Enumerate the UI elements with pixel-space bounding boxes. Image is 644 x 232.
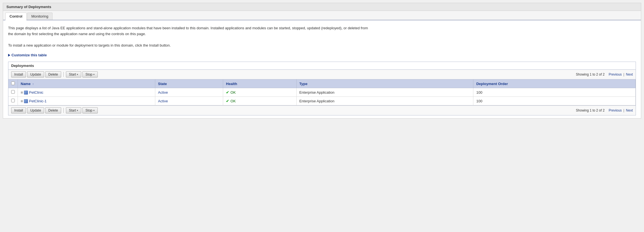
row1-type-cell: Enterprise Application [296, 88, 473, 97]
row2-health-status: ✔ OK [226, 99, 236, 103]
install-button-top[interactable]: Install [11, 71, 26, 78]
deployment-order-column-header: Deployment Order [473, 79, 636, 88]
toolbar-separator-2 [63, 108, 64, 113]
row2-checkbox[interactable] [11, 99, 15, 102]
table-header-row: Name ↑ State Health Type D [8, 79, 636, 88]
row1-health-status: ✔ OK [226, 90, 236, 95]
row1-checkbox[interactable] [11, 90, 15, 94]
row1-state-link[interactable]: Active [158, 90, 168, 95]
bottom-toolbar: Install Update Delete Start ▾ Stop ▾ Sho… [8, 105, 636, 115]
previous-link-top[interactable]: Previous [609, 72, 622, 76]
toolbar-pagination-top: Showing 1 to 2 of 2 Previous | Next [576, 72, 633, 76]
row2-app-icon [24, 99, 28, 103]
delete-button-top[interactable]: Delete [45, 71, 61, 78]
stop-button-top[interactable]: Stop ▾ [82, 71, 98, 78]
deployments-table: Name ↑ State Health Type D [8, 79, 636, 105]
type-column-header: Type [296, 79, 473, 88]
name-column-header[interactable]: Name ↑ [18, 79, 155, 88]
health-column-header: Health [223, 79, 296, 88]
delete-button-bottom[interactable]: Delete [45, 107, 61, 113]
row1-health-cell: ✔ OK [223, 88, 296, 97]
start-dropdown-arrow: ▾ [77, 73, 78, 76]
row1-state-cell: Active [155, 88, 223, 97]
update-button-bottom[interactable]: Update [27, 107, 44, 113]
row1-deployment-order-cell: 100 [473, 88, 636, 97]
toolbar-separator-1 [63, 72, 64, 77]
table-row: ⊞ PetClinic Active ✔ OK [8, 88, 636, 97]
row2-state-cell: Active [155, 97, 223, 105]
next-link-bottom[interactable]: Next [626, 108, 633, 112]
tab-control[interactable]: Control [5, 13, 27, 20]
deployments-section-title: Deployments [8, 62, 636, 69]
row1-name-cell: ⊞ PetClinic [18, 88, 155, 97]
checkbox-header [8, 79, 18, 88]
row1-checkbox-cell [8, 88, 18, 97]
tabs-bar: Control Monitoring [3, 11, 641, 20]
page-header: Summary of Deployments [3, 3, 641, 11]
customize-arrow-icon [8, 54, 10, 57]
row1-check-icon: ✔ [226, 90, 229, 95]
top-toolbar: Install Update Delete Start ▾ Stop ▾ Sho… [8, 69, 636, 79]
deployments-section: Deployments Install Update Delete Start … [8, 62, 636, 115]
row2-health-cell: ✔ OK [223, 97, 296, 105]
previous-link-bottom[interactable]: Previous [609, 108, 622, 112]
install-button-bottom[interactable]: Install [11, 107, 26, 113]
row2-check-icon: ✔ [226, 99, 229, 103]
content-area: This page displays a list of Java EE app… [3, 20, 641, 118]
row1-app-icon [24, 91, 28, 95]
stop-button-bottom[interactable]: Stop ▾ [82, 107, 98, 113]
state-column-header: State [155, 79, 223, 88]
stop-dropdown-arrow: ▾ [93, 73, 95, 76]
row2-name-cell: ⊞ PetClinic-1 [18, 97, 155, 105]
showing-label-top: Showing 1 to 2 of 2 [576, 72, 605, 76]
row2-state-link[interactable]: Active [158, 99, 168, 103]
next-link-top[interactable]: Next [626, 72, 633, 76]
page-title: Summary of Deployments [6, 5, 51, 9]
row1-expand-icon[interactable]: ⊞ [21, 91, 23, 94]
row2-expand-icon[interactable]: ⊞ [21, 100, 23, 103]
row2-name-link[interactable]: PetClinic-1 [29, 99, 47, 103]
table-row: ⊞ PetClinic-1 Active ✔ OK [8, 97, 636, 105]
description-text: This page displays a list of Java EE app… [8, 25, 636, 49]
stop-dropdown-arrow-bottom: ▾ [93, 109, 95, 112]
start-button-bottom[interactable]: Start ▾ [66, 107, 81, 113]
customize-table-link[interactable]: Customize this table [8, 53, 47, 57]
sort-arrow-icon: ↑ [32, 83, 34, 86]
row2-type-cell: Enterprise Application [296, 97, 473, 105]
start-button-top[interactable]: Start ▾ [66, 71, 81, 78]
showing-label-bottom: Showing 1 to 2 of 2 [576, 108, 605, 112]
select-all-checkbox[interactable] [11, 81, 15, 85]
row1-name-link[interactable]: PetClinic [29, 90, 43, 95]
toolbar-pagination-bottom: Showing 1 to 2 of 2 Previous | Next [576, 108, 633, 112]
update-button-top[interactable]: Update [27, 71, 44, 78]
start-dropdown-arrow-bottom: ▾ [77, 109, 78, 112]
row2-checkbox-cell [8, 97, 18, 105]
tab-monitoring[interactable]: Monitoring [27, 13, 53, 20]
page-container: Summary of Deployments Control Monitorin… [3, 3, 641, 119]
row2-deployment-order-cell: 100 [473, 97, 636, 105]
